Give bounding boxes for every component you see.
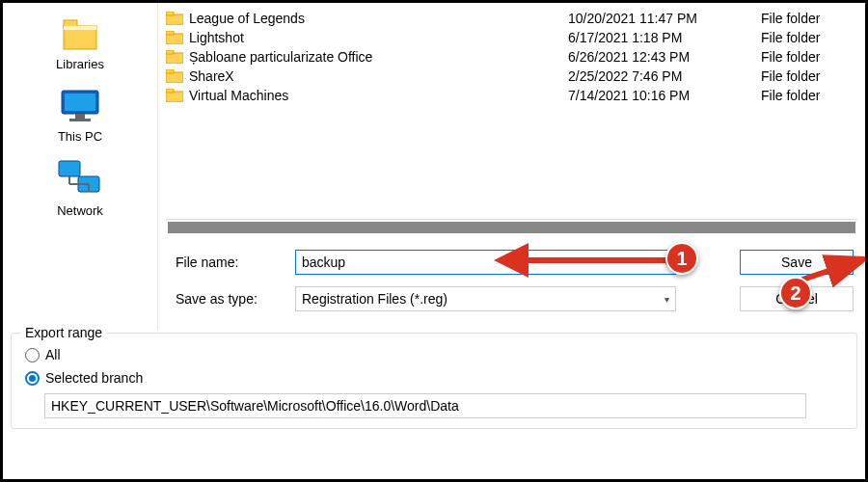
svg-rect-2 (64, 26, 96, 30)
file-type: File folder (761, 68, 857, 84)
file-type: File folder (761, 88, 857, 103)
filename-label: File name: (170, 254, 295, 270)
file-type: File folder (761, 49, 857, 65)
svg-rect-20 (166, 92, 183, 102)
folder-icon (166, 50, 183, 64)
file-row[interactable]: Lightshot 6/17/2021 1:18 PM File folder (166, 28, 857, 47)
top-panel: Libraries This PC Net (3, 3, 865, 331)
network-icon (57, 159, 103, 200)
file-date: 6/17/2021 1:18 PM (568, 30, 761, 45)
svg-rect-5 (75, 114, 85, 119)
file-row[interactable]: Virtual Machines 7/14/2021 10:16 PM File… (166, 86, 857, 105)
folder-icon (166, 31, 183, 44)
file-list[interactable]: League of Legends 10/20/2021 11:47 PM Fi… (158, 3, 865, 213)
nav-thispc[interactable]: This PC (3, 81, 157, 153)
file-row[interactable]: Șabloane particularizate Office 6/26/202… (166, 47, 857, 67)
filename-input[interactable]: backup ▾ (295, 250, 676, 275)
chevron-down-icon[interactable]: ▾ (665, 294, 669, 305)
file-name: League of Legends (189, 11, 568, 26)
svg-rect-4 (65, 94, 95, 111)
svg-rect-17 (166, 50, 174, 54)
form-area: File name: backup ▾ Save as type: Regist… (158, 242, 865, 331)
svg-rect-15 (166, 31, 174, 35)
folder-icon (166, 89, 183, 102)
save-dialog: Libraries This PC Net (3, 3, 865, 479)
cancel-button[interactable]: Cancel (740, 286, 854, 311)
svg-rect-12 (166, 14, 183, 25)
export-range-group: Export range All Selected branch (11, 333, 857, 429)
svg-rect-14 (166, 34, 183, 44)
file-name: Șabloane particularizate Office (189, 49, 568, 65)
horizontal-scrollbar[interactable] (166, 219, 857, 234)
file-name: ShareX (189, 68, 568, 84)
radio-selected[interactable]: Selected branch (25, 370, 847, 386)
file-area: League of Legends 10/20/2021 11:47 PM Fi… (157, 3, 865, 331)
svg-rect-13 (166, 12, 174, 15)
dialog-buttons: Save Cancel (740, 250, 854, 311)
svg-rect-6 (69, 119, 91, 121)
nav-libraries[interactable]: Libraries (3, 11, 157, 81)
filetype-label: Save as type: (170, 291, 295, 307)
radio-all-button[interactable] (25, 348, 40, 362)
svg-rect-19 (166, 69, 174, 73)
libraries-icon (60, 16, 100, 53)
export-range-legend: Export range (21, 325, 106, 340)
svg-rect-21 (166, 89, 174, 93)
radio-all[interactable]: All (25, 347, 847, 362)
svg-rect-16 (166, 53, 183, 64)
filename-value: backup (302, 254, 345, 270)
filetype-select[interactable]: Registration Files (*.reg) ▾ (295, 286, 676, 311)
branch-path-input[interactable] (44, 393, 806, 418)
radio-selected-button[interactable] (25, 371, 40, 386)
svg-rect-18 (166, 72, 183, 83)
nav-libraries-label: Libraries (56, 57, 104, 71)
thispc-icon (58, 87, 102, 125)
radio-selected-label: Selected branch (45, 370, 143, 386)
file-name: Virtual Machines (189, 88, 568, 103)
file-date: 7/14/2021 10:16 PM (568, 88, 761, 103)
file-type: File folder (761, 11, 857, 26)
radio-all-label: All (45, 347, 61, 362)
svg-rect-7 (59, 161, 80, 176)
file-row[interactable]: ShareX 2/25/2022 7:46 PM File folder (166, 67, 857, 86)
nav-thispc-label: This PC (58, 129, 102, 144)
file-date: 6/26/2021 12:43 PM (568, 49, 761, 65)
nav-network[interactable]: Network (3, 153, 157, 228)
file-date: 10/20/2021 11:47 PM (568, 11, 761, 26)
chevron-down-icon[interactable]: ▾ (665, 257, 669, 268)
nav-pane: Libraries This PC Net (3, 3, 157, 331)
file-name: Lightshot (189, 30, 568, 45)
file-type: File folder (761, 30, 857, 45)
nav-network-label: Network (57, 203, 103, 218)
filetype-value: Registration Files (*.reg) (302, 291, 448, 307)
save-button[interactable]: Save (740, 250, 854, 275)
file-date: 2/25/2022 7:46 PM (568, 68, 761, 84)
file-row[interactable]: League of Legends 10/20/2021 11:47 PM Fi… (166, 9, 857, 28)
folder-icon (166, 12, 183, 25)
folder-icon (166, 69, 183, 83)
